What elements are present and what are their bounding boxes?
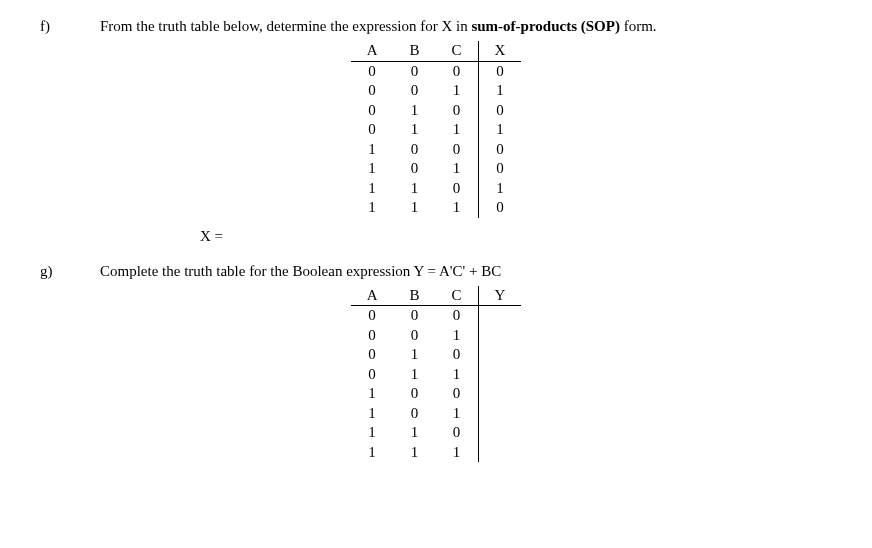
cell: 0 [393,61,435,81]
cell: 1 [436,365,479,385]
table-row: 0011 [351,81,522,101]
cell: 0 [393,404,435,424]
cell [478,384,521,404]
question-g: g) Complete the truth table for the Bool… [40,263,832,280]
table-row: 010 [351,345,522,365]
cell: 0 [351,345,394,365]
cell: 1 [351,384,394,404]
table-row: 101 [351,404,522,424]
table-row: 0100 [351,101,522,121]
cell: 0 [393,140,435,160]
cell: 0 [351,326,394,346]
cell: 1 [393,365,435,385]
cell: 0 [436,384,479,404]
question-f-body: From the truth table below, determine th… [100,18,832,35]
cell: 1 [351,198,394,218]
cell: 0 [393,306,435,326]
cell: 1 [478,179,521,199]
cell: 1 [351,179,394,199]
cell: 1 [393,198,435,218]
question-f-prompt-bold: sum-of-products (SOP) [471,18,619,34]
cell [478,404,521,424]
cell: 0 [351,365,394,385]
cell: 0 [478,198,521,218]
cell: 0 [436,61,479,81]
cell: 0 [393,159,435,179]
table-row: 0111 [351,120,522,140]
col-header: Y [478,286,521,306]
table-row: 1000 [351,140,522,160]
table-row: 011 [351,365,522,385]
cell: 0 [351,120,394,140]
cell: 0 [436,423,479,443]
cell: 1 [436,159,479,179]
cell: 1 [351,140,394,160]
question-f-prompt-pre: From the truth table below, determine th… [100,18,471,34]
col-header: A [351,41,394,61]
cell [478,306,521,326]
table-row: 001 [351,326,522,346]
question-f-label: f) [40,18,100,35]
cell [478,345,521,365]
cell: 1 [351,423,394,443]
cell: 0 [436,101,479,121]
cell [478,423,521,443]
cell: 0 [478,61,521,81]
cell: 0 [351,306,394,326]
cell: 0 [393,384,435,404]
cell: 1 [436,81,479,101]
table-row: 000 [351,306,522,326]
question-f: f) From the truth table below, determine… [40,18,832,35]
cell: 1 [436,443,479,463]
cell: 0 [351,81,394,101]
table-header-row: A B C X [351,41,522,61]
cell: 0 [436,306,479,326]
table-row: 110 [351,423,522,443]
cell: 0 [393,326,435,346]
cell: 1 [351,404,394,424]
cell: 1 [393,423,435,443]
col-header: X [478,41,521,61]
cell: 1 [436,326,479,346]
cell: 1 [436,198,479,218]
cell: 0 [351,101,394,121]
cell: 0 [436,179,479,199]
cell: 0 [393,81,435,101]
table-row: 111 [351,443,522,463]
answer-x-equals: X = [200,228,832,245]
question-f-prompt-post: form. [620,18,657,34]
table-row: 1101 [351,179,522,199]
truth-table-g: A B C Y 000 001 010 011 100 101 110 111 [351,286,522,463]
question-g-prompt: Complete the truth table for the Boolean… [100,263,832,280]
question-g-label: g) [40,263,100,280]
cell: 0 [478,140,521,160]
cell: 1 [436,404,479,424]
cell: 1 [393,443,435,463]
cell: 0 [436,140,479,160]
cell: 1 [393,179,435,199]
cell: 0 [478,101,521,121]
cell: 0 [436,345,479,365]
cell: 0 [351,61,394,81]
cell [478,365,521,385]
table-header-row: A B C Y [351,286,522,306]
cell: 1 [478,81,521,101]
cell: 1 [393,120,435,140]
cell [478,326,521,346]
table-row: 1110 [351,198,522,218]
col-header: C [436,41,479,61]
cell: 1 [393,101,435,121]
cell [478,443,521,463]
table-row: 1010 [351,159,522,179]
table-row: 0000 [351,61,522,81]
table-row: 100 [351,384,522,404]
col-header: B [393,286,435,306]
cell: 1 [436,120,479,140]
cell: 1 [351,443,394,463]
cell: 0 [478,159,521,179]
cell: 1 [393,345,435,365]
col-header: B [393,41,435,61]
col-header: C [436,286,479,306]
col-header: A [351,286,394,306]
cell: 1 [478,120,521,140]
